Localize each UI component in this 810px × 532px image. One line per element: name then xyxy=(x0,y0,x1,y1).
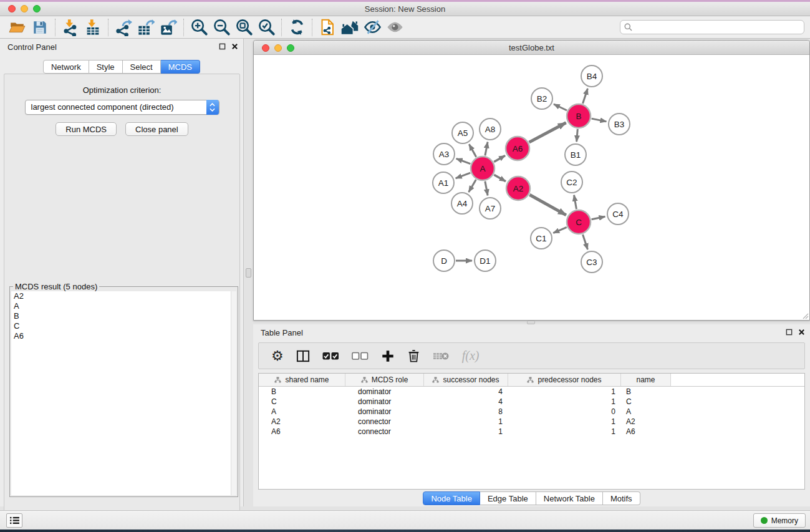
graph-node-C4[interactable]: C4 xyxy=(607,203,629,225)
graph-node-A8[interactable]: A8 xyxy=(480,118,501,140)
import-network-icon[interactable] xyxy=(59,17,82,37)
graph-node-C1[interactable]: C1 xyxy=(531,228,552,249)
graph-edge-A-A6[interactable] xyxy=(494,155,505,162)
column-header-MCDS-role[interactable]: MCDS role xyxy=(345,374,424,386)
column-header-name[interactable]: name xyxy=(621,374,671,386)
graph-node-B2[interactable]: B2 xyxy=(531,88,552,109)
column-header-predecessor-nodes[interactable]: predecessor nodes xyxy=(508,374,621,386)
graph-edge-B-B4[interactable] xyxy=(583,89,588,104)
task-history-icon[interactable] xyxy=(6,513,22,528)
mcds-result-item[interactable]: A xyxy=(11,301,231,311)
graph-edge-A-A3[interactable] xyxy=(456,158,471,163)
document-network-icon[interactable] xyxy=(316,17,339,37)
graph-edge-B-B2[interactable] xyxy=(554,104,567,110)
graph-edge-A6-B[interactable] xyxy=(529,123,566,142)
graph-edge-A-A8[interactable] xyxy=(485,142,488,156)
settings-gear-icon[interactable]: ⚙ xyxy=(271,349,284,363)
graph-node-A5[interactable]: A5 xyxy=(452,122,473,143)
tab-style[interactable]: Style xyxy=(89,60,123,74)
close-panel-icon[interactable] xyxy=(798,329,805,336)
split-columns-icon[interactable] xyxy=(296,350,310,362)
graph-edge-A-A7[interactable] xyxy=(485,181,488,196)
zoom-out-icon[interactable] xyxy=(210,17,233,37)
export-image-icon[interactable] xyxy=(157,17,180,37)
graph-edge-C-C4[interactable] xyxy=(592,216,605,220)
zoom-in-icon[interactable] xyxy=(188,17,210,37)
graph-edge-A-A4[interactable] xyxy=(469,180,476,192)
tab-edge-table[interactable]: Edge Table xyxy=(480,491,536,505)
graph-edge-A-A1[interactable] xyxy=(456,173,471,178)
graph-node-A[interactable]: A xyxy=(471,157,494,180)
graph-node-A6[interactable]: A6 xyxy=(506,137,529,160)
optimization-criterion-select[interactable]: largest connected component (directed) xyxy=(25,100,219,115)
graph-node-B4[interactable]: B4 xyxy=(581,65,602,87)
graph-node-B[interactable]: B xyxy=(567,104,591,128)
table-row[interactable]: Adominator80A xyxy=(259,407,804,417)
export-table-icon[interactable] xyxy=(135,17,157,37)
result-scrollbar[interactable] xyxy=(231,291,236,495)
table-row[interactable]: A2connector11A2 xyxy=(259,417,804,427)
mcds-result-item[interactable]: B xyxy=(11,311,231,321)
mcds-result-item[interactable]: C xyxy=(11,321,231,331)
vertical-splitter-grip[interactable] xyxy=(246,268,251,278)
tab-mcds[interactable]: MCDS xyxy=(161,60,200,74)
graph-edge-A-A2[interactable] xyxy=(494,175,506,181)
column-header-shared-name[interactable]: shared name xyxy=(259,374,345,386)
graph-node-D1[interactable]: D1 xyxy=(475,250,496,271)
graph-node-C3[interactable]: C3 xyxy=(581,251,602,273)
graph-node-A4[interactable]: A4 xyxy=(451,193,473,214)
tab-select[interactable]: Select xyxy=(123,60,161,74)
zoom-selected-icon[interactable] xyxy=(255,17,277,37)
graph-node-C[interactable]: C xyxy=(567,210,591,234)
graph-node-B3[interactable]: B3 xyxy=(609,114,630,135)
float-panel-icon[interactable] xyxy=(219,43,226,50)
memory-button[interactable]: Memory xyxy=(753,513,806,528)
save-icon[interactable] xyxy=(29,17,51,37)
graph-node-C2[interactable]: C2 xyxy=(561,172,582,193)
graph-node-B1[interactable]: B1 xyxy=(565,144,586,165)
graph-edge-B-B3[interactable] xyxy=(592,118,607,122)
table-row[interactable]: Bdominator41B xyxy=(259,387,804,397)
tab-network-table[interactable]: Network Table xyxy=(536,491,603,505)
delete-table-icon[interactable] xyxy=(433,351,450,361)
network-graph-canvas[interactable]: B4B2BB3A8A5A6B1A3AC2A1A2A4A7C4CC1C3DD1 xyxy=(254,55,809,320)
graph-edge-A2-C[interactable] xyxy=(529,195,566,215)
refresh-icon[interactable] xyxy=(286,17,308,37)
graph-node-A2[interactable]: A2 xyxy=(506,177,530,200)
delete-column-icon[interactable] xyxy=(407,349,420,363)
graph-edge-C-C1[interactable] xyxy=(553,227,566,233)
tab-node-table[interactable]: Node Table xyxy=(423,491,480,505)
mcds-result-item[interactable]: A2 xyxy=(11,291,231,301)
zoom-fit-icon[interactable] xyxy=(233,17,255,37)
mcds-result-item[interactable]: A6 xyxy=(11,331,231,341)
houses-icon[interactable] xyxy=(339,17,361,37)
column-header-successor-nodes[interactable]: successor nodes xyxy=(424,374,508,386)
float-panel-icon[interactable] xyxy=(786,329,793,336)
table-row[interactable]: Cdominator41C xyxy=(259,397,804,407)
select-all-icon[interactable] xyxy=(322,352,339,360)
table-row[interactable]: A6connector11A6 xyxy=(259,427,804,437)
graph-edge-C-C3[interactable] xyxy=(583,235,588,249)
deselect-all-icon[interactable] xyxy=(352,352,369,360)
graph-node-A7[interactable]: A7 xyxy=(480,198,501,219)
tab-motifs[interactable]: Motifs xyxy=(603,491,640,505)
import-table-icon[interactable] xyxy=(82,17,104,37)
close-panel-icon[interactable] xyxy=(231,43,238,50)
open-folder-icon[interactable] xyxy=(6,17,29,37)
eye-icon[interactable] xyxy=(383,17,406,37)
tab-network[interactable]: Network xyxy=(43,60,89,74)
graph-node-A3[interactable]: A3 xyxy=(433,143,455,165)
function-builder-icon[interactable]: f(x) xyxy=(462,349,480,363)
eye-slash-icon[interactable] xyxy=(361,17,383,37)
graph-node-D[interactable]: D xyxy=(433,250,455,271)
close-panel-button[interactable]: Close panel xyxy=(125,122,188,136)
window-resize-grip[interactable] xyxy=(801,312,809,319)
graph-edge-B-B1[interactable] xyxy=(577,129,578,142)
graph-edge-C-C2[interactable] xyxy=(574,195,577,210)
run-mcds-button[interactable]: Run MCDS xyxy=(55,122,117,136)
graph-node-A1[interactable]: A1 xyxy=(433,172,454,193)
export-network-icon[interactable] xyxy=(112,17,135,37)
search-input[interactable] xyxy=(635,22,800,32)
add-column-icon[interactable] xyxy=(381,349,395,363)
graph-edge-A-A5[interactable] xyxy=(469,144,476,157)
